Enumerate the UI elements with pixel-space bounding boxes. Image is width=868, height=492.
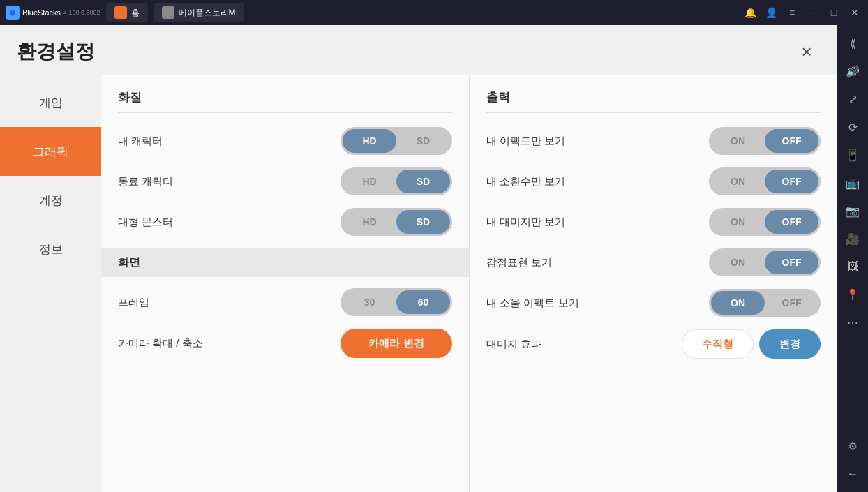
bluestacks-logo-icon — [6, 6, 20, 20]
titlebar-left: BlueStacks 4.190.0.5002 홈 메이플스토리M — [6, 3, 244, 22]
titlebar-right: 🔔 👤 ≡ ─ □ ✕ — [742, 5, 862, 20]
my-damage-row: 내 대미지만 보기 ON OFF — [486, 208, 821, 236]
location-icon[interactable]: 📍 — [840, 282, 865, 307]
emotion-label: 감정표현 보기 — [486, 256, 552, 269]
dialog-close-button[interactable]: × — [793, 38, 821, 66]
my-summon-toggle[interactable]: ON OFF — [709, 167, 821, 195]
emotion-off-option[interactable]: OFF — [765, 251, 818, 274]
frame-30-option[interactable]: 30 — [343, 290, 396, 314]
screen-section-title: 화면 — [101, 248, 469, 277]
frame-label: 프레임 — [118, 296, 149, 309]
my-effect-toggle[interactable]: ON OFF — [709, 127, 821, 155]
frame-toggle[interactable]: 30 60 — [341, 288, 452, 316]
app-header: 환경설정 × — [0, 25, 837, 75]
menu-icon[interactable]: ≡ — [784, 5, 800, 20]
soul-effect-row: 내 소울 이펙트 보기 ON OFF — [486, 289, 821, 317]
left-nav: 게임 그래픽 계정 정보 — [0, 75, 101, 492]
app-body: 게임 그래픽 계정 정보 화질 내 캐릭터 HD SD — [0, 75, 837, 492]
my-character-label: 내 캐릭터 — [118, 135, 163, 148]
my-character-toggle[interactable]: HD SD — [341, 127, 452, 155]
companion-toggle[interactable]: HD SD — [341, 167, 452, 195]
my-summon-off-option[interactable]: OFF — [765, 170, 818, 193]
titlebar: BlueStacks 4.190.0.5002 홈 메이플스토리M 🔔 👤 ≡ … — [0, 0, 868, 25]
my-character-hd-option[interactable]: HD — [343, 129, 396, 153]
damage-effect-options: 수직형 변경 — [682, 329, 821, 359]
companion-sd-option[interactable]: SD — [396, 170, 450, 193]
nav-item-account[interactable]: 계정 — [0, 176, 101, 225]
rotate-icon[interactable]: ⟳ — [840, 114, 865, 140]
quality-section-title: 화질 — [118, 89, 452, 113]
back-icon[interactable]: ← — [840, 461, 865, 486]
more-icon[interactable]: ⋯ — [840, 310, 865, 335]
companion-hd-option[interactable]: HD — [343, 170, 396, 193]
panel-output: 출력 내 이펙트만 보기 ON OFF 내 소환수만 보기 ON OFF — [470, 75, 837, 492]
my-effect-off-option[interactable]: OFF — [765, 129, 818, 153]
image-icon[interactable]: 🖼 — [840, 254, 865, 279]
settings-icon[interactable]: ⚙ — [840, 433, 865, 459]
page-title: 환경설정 — [17, 38, 95, 65]
panel-graphics: 화질 내 캐릭터 HD SD 동료 캐릭터 HD SD 대형 — [101, 75, 470, 492]
phone-icon[interactable]: 📱 — [840, 142, 865, 167]
my-character-row: 내 캐릭터 HD SD — [118, 127, 452, 155]
close-button[interactable]: ✕ — [847, 5, 862, 20]
home-icon — [114, 6, 127, 19]
soul-effect-toggle[interactable]: ON OFF — [709, 289, 821, 317]
app-area: 환경설정 × 게임 그래픽 계정 정보 화질 내 캐릭터 — [0, 25, 837, 492]
app-version: 4.190.0.5002 — [63, 9, 100, 16]
video-icon[interactable]: 🎥 — [840, 226, 865, 251]
my-summon-row: 내 소환수만 보기 ON OFF — [486, 167, 821, 195]
nav-item-graphics[interactable]: 그래픽 — [0, 127, 101, 176]
my-damage-label: 내 대미지만 보기 — [486, 216, 565, 229]
damage-effect-row: 대미지 효과 수직형 변경 — [486, 329, 821, 359]
content-area: 화질 내 캐릭터 HD SD 동료 캐릭터 HD SD 대형 — [101, 75, 837, 492]
output-section-title: 출력 — [486, 89, 821, 113]
camera-sidebar-icon[interactable]: 📷 — [840, 198, 865, 223]
titlebar-logo: BlueStacks 4.190.0.5002 — [6, 6, 100, 20]
emotion-row: 감정표현 보기 ON OFF — [486, 248, 821, 276]
my-damage-on-option[interactable]: ON — [711, 210, 765, 234]
my-damage-toggle[interactable]: ON OFF — [709, 208, 821, 236]
minimize-button[interactable]: ─ — [805, 5, 821, 20]
my-character-sd-option[interactable]: SD — [396, 129, 450, 153]
damage-vertical-button[interactable]: 수직형 — [682, 329, 754, 359]
emotion-toggle[interactable]: ON OFF — [709, 248, 821, 276]
app-name: BlueStacks — [22, 8, 61, 17]
soul-effect-label: 내 소울 이펙트 보기 — [486, 297, 579, 310]
game-tab[interactable]: 메이플스토리M — [154, 3, 244, 22]
home-tab[interactable]: 홈 — [106, 3, 148, 22]
camera-label: 카메라 확대 / 축소 — [118, 337, 203, 350]
large-monster-sd-option[interactable]: SD — [396, 210, 450, 234]
companion-row: 동료 캐릭터 HD SD — [118, 167, 452, 195]
expand-icon[interactable]: ⟪ — [840, 31, 865, 56]
camera-row: 카메라 확대 / 축소 카메라 변경 — [118, 329, 452, 358]
camera-change-button[interactable]: 카메라 변경 — [341, 329, 452, 358]
my-effect-label: 내 이펙트만 보기 — [486, 135, 565, 148]
maximize-button[interactable]: □ — [826, 5, 841, 20]
large-monster-toggle[interactable]: HD SD — [341, 208, 452, 236]
frame-row: 프레임 30 60 — [118, 288, 452, 316]
nav-item-game[interactable]: 게임 — [0, 78, 101, 127]
my-summon-on-option[interactable]: ON — [711, 170, 765, 193]
my-summon-label: 내 소환수만 보기 — [486, 175, 565, 188]
large-monster-label: 대형 몬스터 — [118, 216, 173, 229]
frame-60-option[interactable]: 60 — [396, 290, 450, 314]
resize-icon[interactable]: ⤢ — [840, 87, 865, 112]
my-damage-off-option[interactable]: OFF — [765, 210, 818, 234]
tv-icon[interactable]: 📺 — [840, 170, 865, 195]
emotion-on-option[interactable]: ON — [711, 251, 765, 274]
large-monster-hd-option[interactable]: HD — [343, 210, 396, 234]
right-sidebar: ⟪ 🔊 ⤢ ⟳ 📱 📺 📷 🎥 🖼 📍 ⋯ ⚙ ← — [837, 25, 868, 492]
companion-label: 동료 캐릭터 — [118, 175, 173, 188]
large-monster-row: 대형 몬스터 HD SD — [118, 208, 452, 236]
my-effect-on-option[interactable]: ON — [711, 129, 765, 153]
my-effect-row: 내 이펙트만 보기 ON OFF — [486, 127, 821, 155]
soul-effect-on-option[interactable]: ON — [711, 291, 765, 315]
account-icon[interactable]: 👤 — [763, 5, 779, 20]
soul-effect-off-option[interactable]: OFF — [765, 291, 818, 315]
damage-change-button[interactable]: 변경 — [759, 329, 821, 359]
bell-icon[interactable]: 🔔 — [742, 5, 758, 20]
volume-icon[interactable]: 🔊 — [840, 59, 865, 84]
game-icon — [162, 6, 174, 19]
damage-effect-label: 대미지 효과 — [486, 338, 541, 351]
nav-item-info[interactable]: 정보 — [0, 225, 101, 274]
